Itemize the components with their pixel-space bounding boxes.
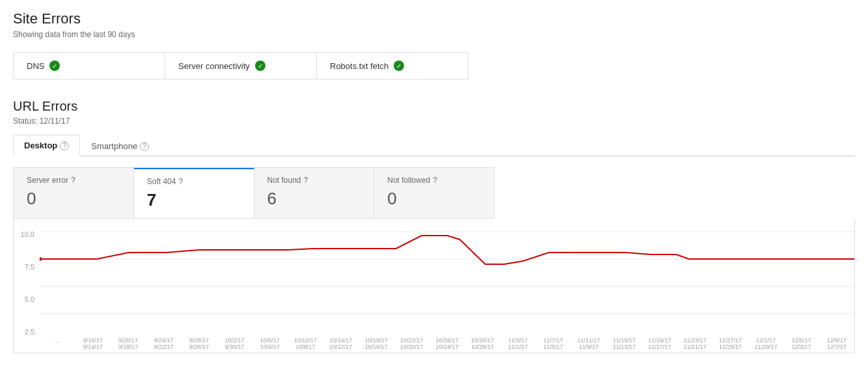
metrics-row: Server error ? 0 Soft 404 ? 7 Not found …: [13, 167, 495, 219]
robots-label: Robots.txt fetch: [330, 61, 388, 71]
not-found-help-icon[interactable]: ?: [304, 176, 308, 185]
metric-soft-404-value: 7: [147, 190, 241, 210]
soft-404-help-icon[interactable]: ?: [178, 177, 183, 186]
x-label-3: 9/28/17 9/26/17: [182, 337, 217, 350]
metric-not-found[interactable]: Not found ? 6: [254, 168, 375, 218]
metric-soft-404[interactable]: Soft 404 ? 7: [134, 168, 254, 218]
subtitle: Showing data from the last 90 days: [13, 30, 855, 39]
not-followed-help-icon[interactable]: ?: [433, 176, 437, 185]
site-error-server-connectivity: Server connectivity ✓: [165, 53, 317, 79]
metric-not-followed-label: Not followed ?: [387, 176, 481, 185]
svg-point-4: [40, 257, 42, 261]
x-label-15: 11/15/17 11/13/17: [606, 337, 642, 350]
site-errors-row: DNS ✓ Server connectivity ✓ Robots.txt f…: [13, 52, 468, 79]
y-label-25: 2.5: [14, 328, 37, 336]
dns-label: DNS: [27, 61, 44, 71]
site-error-robots: Robots.txt fetch ✓: [317, 53, 468, 79]
x-label-7: 10/14/17 10/12/17: [323, 337, 359, 350]
tab-smartphone-label: Smartphone: [91, 141, 137, 151]
page-title: Site Errors: [13, 10, 855, 27]
line-chart: [40, 225, 854, 336]
x-label-19: 12/1/17 11/29/17: [748, 337, 783, 350]
x-label-ellipsis: ...: [40, 337, 75, 350]
url-errors-title: URL Errors: [13, 99, 855, 114]
tab-bar: Desktop ? Smartphone ?: [13, 135, 855, 157]
x-label-13: 11/7/17 11/5/17: [536, 337, 571, 350]
metric-server-error[interactable]: Server error ? 0: [14, 168, 134, 218]
smartphone-help-icon[interactable]: ?: [140, 142, 149, 151]
x-label-20: 12/5/17 12/3/17: [783, 337, 819, 350]
metric-server-error-value: 0: [27, 189, 120, 209]
x-label-11: 10/30/17 10/28/17: [465, 337, 500, 350]
x-label-4: 10/2/17 9/30/17: [217, 337, 252, 350]
x-label-2: 9/24/17 9/22/17: [146, 337, 181, 350]
x-label-17: 11/23/17 11/21/17: [677, 337, 712, 350]
x-label-6: 10/10/17 10/8/17: [288, 337, 323, 350]
desktop-help-icon[interactable]: ?: [60, 141, 69, 150]
x-label-21: 12/9/17 12/7/17: [819, 337, 854, 350]
metric-not-followed-value: 0: [387, 189, 481, 209]
x-label-14: 11/11/17 11/9/17: [571, 337, 606, 350]
x-label-5: 10/6/17 10/4/17: [252, 337, 288, 350]
metric-not-followed[interactable]: Not followed ? 0: [374, 168, 494, 218]
y-label-50: 5.0: [14, 295, 37, 303]
x-label-1: 9/20/17 9/18/17: [111, 337, 146, 350]
x-label-8: 10/18/17 10/16/17: [359, 337, 394, 350]
x-label-0: 9/16/17 9/14/17: [75, 337, 110, 350]
server-error-help-icon[interactable]: ?: [71, 176, 75, 185]
server-connectivity-check-icon: ✓: [255, 61, 265, 71]
x-label-12: 11/3/17 11/1/17: [500, 337, 536, 350]
x-label-9: 10/22/17 10/20/17: [394, 337, 429, 350]
tab-desktop[interactable]: Desktop ?: [13, 135, 80, 157]
x-label-18: 11/27/17 11/25/17: [712, 337, 748, 350]
y-label-75: 7:5: [14, 263, 37, 271]
tab-desktop-label: Desktop: [24, 141, 57, 150]
robots-check-icon: ✓: [394, 61, 404, 71]
server-connectivity-label: Server connectivity: [178, 61, 250, 71]
metric-server-error-label: Server error ?: [27, 176, 120, 185]
metric-not-found-label: Not found ?: [267, 176, 361, 185]
y-label-10: 10.0: [14, 230, 37, 238]
url-errors-status: Status: 12/11/17: [13, 116, 855, 126]
dns-check-icon: ✓: [49, 61, 60, 71]
x-label-10: 10/26/17 10/24/17: [429, 337, 465, 350]
site-error-dns: DNS ✓: [14, 53, 165, 79]
metric-not-found-value: 6: [267, 189, 361, 209]
tab-smartphone[interactable]: Smartphone ?: [80, 135, 160, 157]
x-label-16: 11/19/17 11/17/17: [642, 337, 677, 350]
chart-container: 10.0 7:5 5.0 2.5 ... 9/16/17 9/14/17: [13, 219, 855, 353]
metric-soft-404-label: Soft 404 ?: [147, 177, 241, 186]
